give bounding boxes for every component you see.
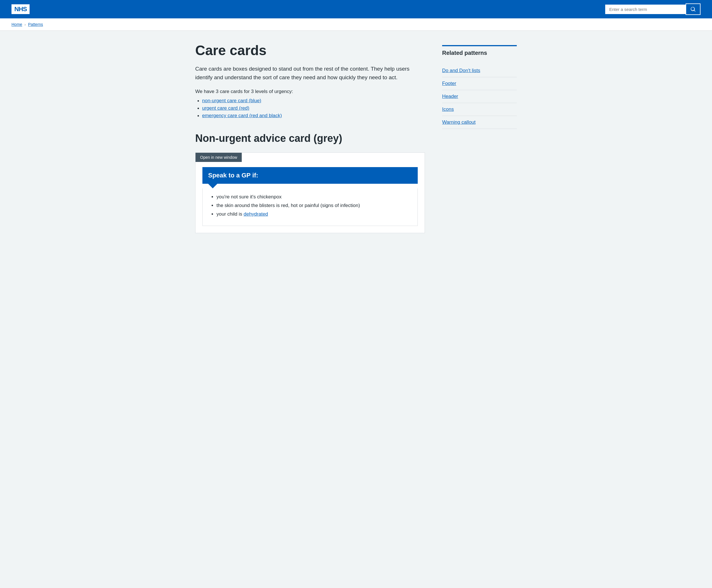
breadcrumb-separator: › [24,22,25,27]
search-button[interactable] [686,3,700,15]
care-card-body: you're not sure it's chickenpox the skin… [203,188,418,226]
list-item: your child is dehydrated [216,211,411,217]
non-urgent-link[interactable]: non-urgent care card (blue) [202,98,261,103]
list-item: Warning callout [442,116,517,129]
sidebar-link-header[interactable]: Header [442,90,517,103]
sidebar-links: Do and Don't lists Footer Header Icons W… [442,64,517,129]
care-card-header-text: Speak to a GP if: [208,172,258,179]
list-item: the skin around the blisters is red, hot… [216,203,411,208]
sidebar-link-footer[interactable]: Footer [442,77,517,90]
care-cards-list: non-urgent care card (blue) urgent care … [195,98,425,119]
list-item: you're not sure it's chickenpox [216,194,411,200]
page-description: Care cards are boxes designed to stand o… [195,65,425,82]
list-item: Header [442,90,517,103]
sidebar-link-do-dont[interactable]: Do and Don't lists [442,64,517,77]
list-item: Icons [442,103,517,116]
breadcrumb-current-link[interactable]: Patterns [28,22,43,27]
sidebar-link-icons[interactable]: Icons [442,103,517,116]
section-title: Non-urgent advice card (grey) [195,132,425,144]
care-card-arrow [208,184,217,188]
dehydrated-link[interactable]: dehydrated [244,211,268,217]
list-item: urgent care card (red) [202,105,425,111]
page-title: Care cards [195,42,425,59]
care-card-list: you're not sure it's chickenpox the skin… [210,194,411,217]
sidebar: Related patterns Do and Don't lists Foot… [442,42,517,233]
main-wrapper: Care cards Care cards are boxes designed… [184,31,528,245]
site-header: NHS [0,0,712,18]
urgent-link[interactable]: urgent care card (red) [202,105,249,111]
sidebar-title: Related patterns [442,45,517,60]
list-item: non-urgent care card (blue) [202,98,425,104]
nhs-logo[interactable]: NHS [12,4,29,14]
card-preview-inner: Speak to a GP if: you're not sure it's c… [195,153,425,233]
list-item: Do and Don't lists [442,64,517,77]
card-preview-container: Open in new window Speak to a GP if: you… [195,152,425,233]
open-new-window-button[interactable]: Open in new window [195,153,242,162]
list-item: Footer [442,77,517,90]
care-card-blue-header: Speak to a GP if: [203,167,418,184]
sidebar-link-warning-callout[interactable]: Warning callout [442,116,517,129]
search-icon [690,6,696,12]
list-item: emergency care card (red and black) [202,113,425,119]
breadcrumb: Home › Patterns [0,18,712,31]
emergency-link[interactable]: emergency care card (red and black) [202,113,282,118]
search-form [605,3,700,15]
breadcrumb-home-link[interactable]: Home [12,22,22,27]
urgency-intro: We have 3 care cards for 3 levels of urg… [195,89,425,94]
search-input[interactable] [605,5,686,14]
main-content: Care cards Care cards are boxes designed… [195,42,425,233]
nhs-logo-text: NHS [12,4,29,14]
